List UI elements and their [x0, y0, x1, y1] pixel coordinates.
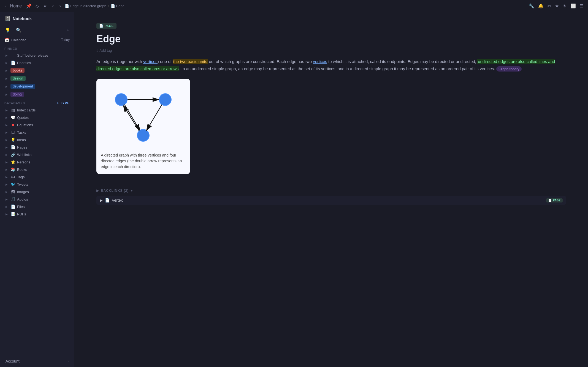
backlinks-label: BACKLINKS (2) [101, 189, 129, 193]
add-tag-button[interactable]: # Add tag [96, 48, 112, 53]
vertices-link-2[interactable]: vertices [313, 59, 327, 64]
graph-image-card: A directed graph with three vertices and… [96, 79, 190, 174]
svg-point-0 [115, 94, 127, 106]
sidebar-item-index-cards[interactable]: ▶ ▦ Index cards [1, 106, 73, 114]
tasks-icon: ☐ [10, 130, 15, 135]
sidebar-item-tasks[interactable]: ▶ ☐ Tasks [1, 129, 73, 136]
expand-arrow-icon: ▶ [6, 213, 9, 216]
vertices-link-1[interactable]: vertices [143, 59, 158, 64]
backlinks-header[interactable]: ▶ BACKLINKS (2) ▼ [96, 189, 566, 193]
add-type-button[interactable]: + Type [57, 101, 70, 105]
sidebar-item-label: Index cards [17, 108, 70, 112]
notebook-title: 📓 Notebook [4, 15, 32, 21]
today-label: Today [61, 38, 70, 42]
backlink-label: Vertex [112, 198, 123, 202]
sidebar-item-label: Equations [17, 123, 70, 127]
tool-icon-6[interactable]: ⬜ [569, 2, 577, 10]
expand-arrow-icon: ▶ [6, 138, 9, 141]
quotes-icon: 💬 [10, 115, 15, 120]
design-tag-badge: design [10, 76, 26, 81]
sidebar-add-btn[interactable]: + [65, 26, 71, 34]
main-layout: 📓 Notebook 💡 🔍 + 📅 Calendar → Today [0, 12, 588, 367]
breadcrumb-item-edge[interactable]: 📄 Edge [111, 4, 124, 8]
graph-theory-tag[interactable]: Graph theory [496, 66, 522, 72]
body-intro: An edge is (together with [96, 59, 143, 64]
sidebar-item-tags[interactable]: ▶ 🏷 Tags [1, 173, 73, 180]
forward-button[interactable]: › [58, 2, 63, 10]
sidebar-item-label: Weblinks [17, 153, 70, 157]
sidebar-item-ideas[interactable]: ▶ 💡 Ideas [1, 136, 73, 143]
sidebar-search-btn[interactable]: 🔍 [14, 26, 23, 34]
expand-arrow-icon: ▶ [6, 153, 9, 156]
page-tag-label: PAGE [105, 24, 114, 28]
tool-icon-5[interactable]: ☀ [562, 2, 568, 10]
pin-icon-btn[interactable]: 📌 [25, 2, 33, 10]
expand-arrow-icon: ▶ [6, 176, 9, 179]
sidebar-item-books-tag[interactable]: ▶ books [1, 67, 73, 74]
sidebar-item-calendar[interactable]: 📅 Calendar → Today [0, 35, 74, 44]
expand-arrow-icon: ▶ [6, 109, 9, 112]
sidebar-item-label: Images [17, 190, 70, 194]
sidebar-item-pages[interactable]: ▶ 📄 Pages [1, 144, 73, 151]
star-icon-btn[interactable]: ◇ [34, 2, 40, 10]
tweets-icon: 🐦 [10, 182, 15, 187]
breadcrumb-item-edge-in-directed-graph[interactable]: 📄 Edge in directed graph [65, 4, 106, 8]
sidebar-lightbulb-btn[interactable]: 💡 [3, 26, 12, 34]
sidebar: 📓 Notebook 💡 🔍 + 📅 Calendar → Today [0, 12, 74, 367]
expand-arrow-icon: ▶ [6, 161, 9, 164]
breadcrumb-label-1: Edge in directed graph [70, 4, 106, 8]
tool-icon-4[interactable]: ★ [554, 2, 560, 10]
sidebar-item-doing-tag[interactable]: ▶ doing [1, 91, 73, 98]
sidebar-item-audios[interactable]: ▶ 🎵 Audios [1, 196, 73, 203]
section-header-pinned: PINNED [0, 44, 74, 51]
account-button[interactable]: Account › [4, 358, 70, 365]
expand-arrow-icon: ▶ [6, 190, 9, 193]
sidebar-item-quotes[interactable]: ▶ 💬 Quotes [1, 114, 73, 121]
backlink-item-vertex[interactable]: ▶ 📄 Vertex 📄 PAGE [96, 196, 566, 205]
sidebar-item-pdfs[interactable]: ▶ 📑 PDFs [1, 210, 73, 218]
calendar-label: Calendar [11, 38, 26, 42]
expand-arrow-icon: ▶ [6, 61, 9, 64]
calendar-icon: 📅 [4, 38, 9, 42]
sidebar-item-images[interactable]: ▶ 🖼 Images [1, 188, 73, 195]
sidebar-toolbar: 💡 🔍 + [0, 25, 74, 35]
back-button[interactable]: ‹ [50, 2, 55, 10]
tool-icon-3[interactable]: ✂ [546, 2, 552, 10]
account-label: Account [6, 359, 20, 363]
topbar-tool-icons: 📌 ◇ [25, 2, 40, 10]
expand-arrow-icon: ▶ [6, 131, 9, 134]
sidebar-item-persons[interactable]: ▶ ⭐ Persons [1, 158, 73, 166]
tool-icon-7[interactable]: ☰ [579, 2, 585, 10]
sidebar-item-books-db[interactable]: ▶ 📚 Books [1, 166, 73, 173]
sidebar-item-weblinks[interactable]: ▶ 🔗 Weblinks [1, 151, 73, 158]
directed-graph-svg [102, 83, 185, 149]
breadcrumb-page-icon-1: 📄 [65, 4, 69, 8]
expand-arrow-icon: ▶ [6, 183, 9, 186]
tool-icon-1[interactable]: 🔧 [528, 2, 535, 10]
page-type-tag: 📄 PAGE [96, 23, 116, 29]
sidebar-item-label: Audios [17, 197, 70, 201]
body-after-highlight: . In an undirected simple graph, an edge… [179, 66, 496, 71]
sidebar-item-priorities[interactable]: ▶ 📄 Priorities [1, 59, 73, 66]
home-button[interactable]: ← Home [3, 2, 23, 10]
sidebar-item-stuff-before-release[interactable]: ▶ ! Stuff before release [1, 52, 73, 59]
collapse-sidebar-button[interactable]: « [42, 2, 48, 10]
persons-icon: ⭐ [10, 160, 15, 164]
tool-icon-2[interactable]: 🔔 [537, 2, 545, 10]
sidebar-item-design-tag[interactable]: ▶ design [1, 75, 73, 82]
expand-arrow-icon: ▶ [6, 85, 9, 88]
sidebar-item-development-tag[interactable]: ▶ development [1, 83, 73, 90]
today-button[interactable]: → Today [57, 38, 70, 42]
topbar-right-icons: 🔧 🔔 ✂ ★ ☀ ⬜ ☰ [528, 2, 585, 10]
sidebar-item-label: Tasks [17, 130, 70, 135]
sidebar-item-equations[interactable]: ▶ ■ Equations [1, 121, 73, 128]
backlink-expand-arrow: ▶ [100, 198, 103, 202]
sidebar-header: 📓 Notebook [0, 12, 74, 25]
images-icon: 🖼 [10, 190, 15, 194]
audios-icon: 🎵 [10, 197, 15, 201]
expand-arrow-icon: ▶ [6, 116, 9, 119]
ideas-icon: 💡 [10, 138, 15, 142]
svg-point-1 [159, 94, 171, 106]
sidebar-item-tweets[interactable]: ▶ 🐦 Tweets [1, 181, 73, 188]
sidebar-item-files[interactable]: ▶ 📄 Files [1, 203, 73, 210]
